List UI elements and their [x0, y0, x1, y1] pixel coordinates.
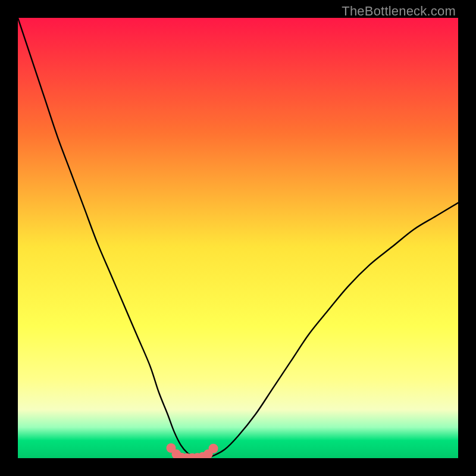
watermark-text: TheBottleneck.com: [342, 4, 456, 19]
marker-dot: [209, 444, 218, 453]
bottleneck-chart: [18, 18, 458, 458]
gradient-background: [18, 18, 458, 458]
chart-frame: [18, 18, 458, 458]
